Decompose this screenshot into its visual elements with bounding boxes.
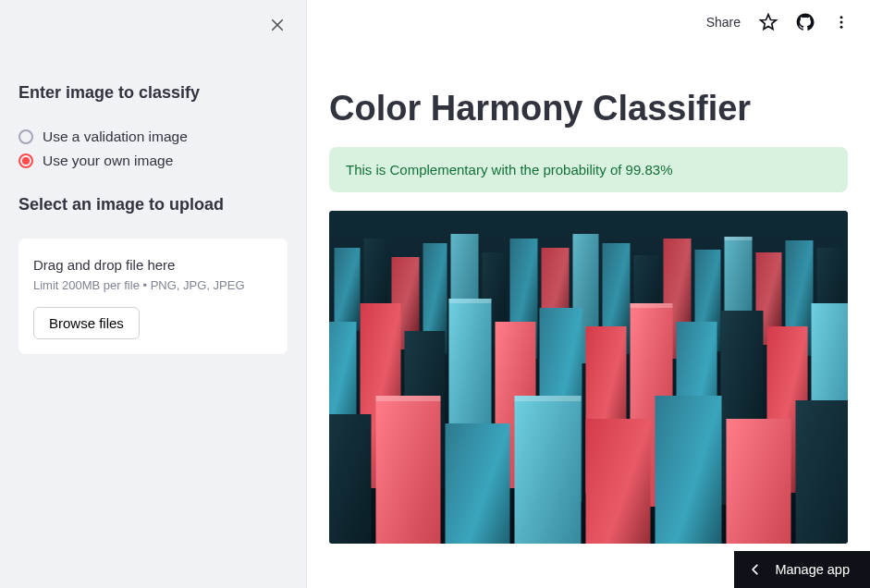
svg-rect-42	[727, 419, 791, 544]
sidebar: Enter image to classify Use a validation…	[0, 0, 307, 588]
close-sidebar-button[interactable]	[269, 17, 286, 33]
more-menu-button[interactable]	[833, 14, 850, 31]
upload-heading: Select an image to upload	[18, 195, 288, 214]
page-title: Color Harmony Classifier	[329, 89, 848, 129]
svg-rect-38	[446, 423, 510, 544]
uploader-title: Drag and drop file here	[33, 257, 273, 273]
svg-point-3	[840, 16, 843, 18]
browse-files-button[interactable]: Browse files	[33, 307, 140, 339]
svg-point-5	[840, 26, 843, 29]
favorite-button[interactable]	[759, 13, 778, 31]
file-uploader[interactable]: Drag and drop file here Limit 200MB per …	[18, 239, 288, 354]
svg-rect-43	[796, 400, 849, 544]
star-icon	[759, 13, 778, 31]
top-actions: Share	[706, 13, 850, 31]
radio-icon	[18, 153, 33, 168]
close-icon	[269, 17, 286, 33]
radio-icon	[18, 129, 33, 144]
sidebar-heading: Enter image to classify	[18, 83, 288, 103]
chevron-left-icon	[749, 563, 762, 576]
more-vertical-icon	[833, 14, 850, 31]
radio-label: Use a validation image	[43, 129, 188, 145]
svg-rect-45	[515, 396, 582, 401]
svg-rect-39	[515, 396, 582, 544]
github-icon	[796, 13, 815, 31]
radio-own-image[interactable]: Use your own image	[18, 153, 288, 169]
result-banner: This is Complementary with the probabili…	[329, 147, 848, 192]
result-text: This is Complementary with the probabili…	[346, 162, 673, 178]
svg-rect-46	[449, 299, 492, 303]
svg-rect-40	[586, 419, 651, 544]
radio-label: Use your own image	[43, 153, 173, 169]
svg-point-4	[840, 21, 843, 24]
svg-rect-7	[335, 248, 361, 331]
svg-rect-47	[631, 303, 673, 308]
main-content: Share Color Harmony Classifier This is C…	[307, 0, 870, 588]
github-button[interactable]	[796, 13, 815, 31]
svg-marker-2	[761, 15, 777, 30]
manage-app-label: Manage app	[775, 562, 850, 577]
svg-rect-44	[376, 396, 441, 401]
svg-rect-48	[725, 237, 753, 240]
svg-rect-37	[376, 396, 441, 544]
manage-app-button[interactable]: Manage app	[734, 551, 870, 588]
share-button[interactable]: Share	[706, 15, 741, 30]
radio-validation-image[interactable]: Use a validation image	[18, 129, 288, 145]
svg-rect-41	[656, 396, 722, 544]
uploader-subtitle: Limit 200MB per file • PNG, JPG, JPEG	[33, 278, 273, 292]
image-source-radio-group: Use a validation image Use your own imag…	[18, 129, 288, 169]
classified-image	[329, 211, 848, 544]
svg-rect-36	[329, 414, 372, 544]
